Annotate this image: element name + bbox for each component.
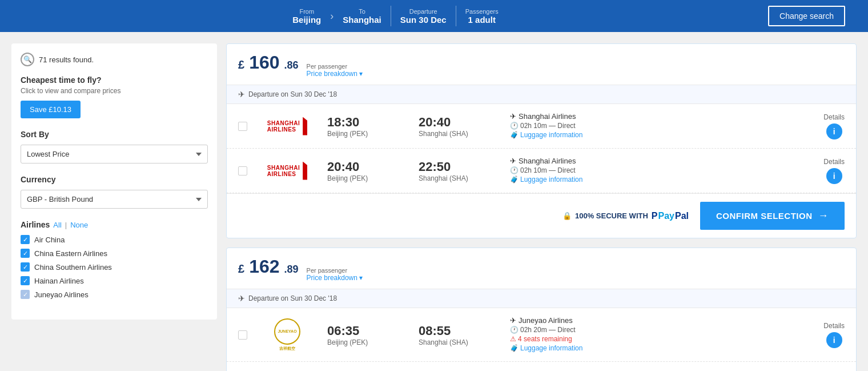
airline-name-air-china: Air China — [34, 236, 65, 244]
route-info: From Beijing › To Shanghai Departure Sun… — [23, 6, 768, 26]
card-1-price-main: 160 — [249, 52, 279, 73]
info-button-2-1[interactable]: i — [826, 332, 842, 348]
sort-label: Sort By — [21, 130, 208, 139]
from-value: Beijing — [292, 15, 321, 25]
flight-checkbox-2-1[interactable] — [238, 330, 247, 340]
details-col-2-1: Details i — [823, 322, 845, 348]
airline-name-hainan: Hainan Airlines — [34, 277, 84, 285]
flight-checkbox-1-1[interactable] — [238, 122, 247, 131]
card-1-price-decimal: .86 — [284, 59, 299, 71]
airlines-header: Airlines All | None — [21, 220, 208, 229]
card-1-departure-text: Departure on Sun 30 Dec '18 — [248, 90, 337, 98]
card-1-price-breakdown[interactable]: Price breakdown ▾ — [307, 70, 363, 78]
plane-icon-2: ✈ — [238, 294, 245, 303]
luggage-icon-3: 🧳 — [510, 344, 519, 352]
airline-item-juneyao[interactable]: Juneyao Airlines — [21, 290, 208, 299]
to-segment: To Shanghai — [343, 8, 381, 25]
departure-label: Departure — [400, 8, 447, 15]
flight-checkbox-1-2[interactable] — [238, 166, 247, 175]
airline-name-detail-1-2: ✈ Shanghai Airlines — [510, 157, 624, 165]
card-2-price-info: Per passenger Price breakdown ▾ — [307, 267, 363, 282]
flight-times-2-1: 06:35 Beijing (PEK) — [327, 324, 407, 346]
airline-checkbox-china-eastern[interactable] — [21, 249, 30, 258]
airline-name-china-eastern: China Eastern Airlines — [34, 249, 107, 258]
card-2-price-decimal: .89 — [284, 264, 299, 276]
results-count: 🔍 71 results found. — [21, 53, 208, 66]
arrive-airport-1-1: Shanghai (SHA) — [419, 130, 499, 138]
airline-name-juneyao: Juneyao Airlines — [34, 290, 89, 299]
depart-time-2-1: 06:35 — [327, 324, 407, 338]
arrive-time-2-1: 08:55 — [419, 324, 499, 338]
details-label-1-1: Details — [823, 113, 845, 121]
currency-label: Currency — [21, 175, 208, 184]
depart-airport-1-2: Beijing (PEK) — [327, 174, 407, 182]
change-search-button[interactable]: Change search — [768, 6, 845, 26]
flight-details-1-1: ✈ Shanghai Airlines 🕐 02h 10m — Direct 🧳… — [510, 112, 624, 140]
paypal-pal: Pal — [675, 211, 689, 221]
save-button[interactable]: Save £10.13 — [21, 101, 81, 118]
plane-small-icon-3: ✈ — [510, 316, 516, 325]
arrive-time-1-1: 20:40 — [419, 115, 499, 130]
airline-item-hainan[interactable]: Hainan Airlines — [21, 276, 208, 285]
seats-warning-2-1: ⚠ 4 seats remaining — [510, 335, 624, 343]
airline-checkbox-china-southern[interactable] — [21, 262, 30, 272]
logo-tail-icon-2 — [303, 162, 307, 180]
card-1-footer: 🔒 100% SECURE WITH PPayPal CONFIRM SELEC… — [227, 193, 856, 238]
arrive-time-1-2: 22:50 — [419, 159, 499, 174]
airline-logo-shanghai-1: SHANGHAI AIRLINES — [259, 117, 316, 135]
luggage-link-1-2[interactable]: Luggage information — [520, 175, 582, 183]
clock-icon-3: 🕐 — [510, 326, 519, 334]
flight-details-2-1: ✈ Juneyao Airlines 🕐 02h 20m — Direct ⚠ … — [510, 316, 624, 353]
luggage-icon-2: 🧳 — [510, 175, 519, 183]
search-icon: 🔍 — [21, 53, 34, 66]
luggage-link-1-1[interactable]: Luggage information — [520, 131, 582, 139]
flight-row-2-1: JUNEYAO 吉祥航空 06:35 Beijing (PEK) 08:55 S… — [227, 308, 856, 362]
paypal-p2: Pay — [658, 211, 674, 221]
info-button-1-1[interactable]: i — [826, 123, 842, 139]
departure-value: Sun 30 Dec — [400, 15, 447, 25]
info-button-1-2[interactable]: i — [826, 168, 842, 184]
depart-time-1-1: 18:30 — [327, 115, 407, 130]
airline-checkbox-hainan[interactable] — [21, 276, 30, 285]
airlines-none-link[interactable]: None — [70, 221, 88, 229]
airline-item-air-china[interactable]: Air China — [21, 235, 208, 244]
currency-select[interactable]: GBP - British Pound — [21, 190, 208, 209]
clock-icon-2: 🕐 — [510, 166, 519, 174]
main-layout: 🔍 71 results found. Cheapest time to fly… — [0, 32, 868, 371]
arrive-times-2-1: 08:55 Shanghai (SHA) — [419, 324, 499, 346]
paypal-p1: P — [652, 211, 658, 221]
airline-item-china-southern[interactable]: China Southern Airlines — [21, 262, 208, 272]
airlines-separator: | — [65, 221, 67, 229]
flight-row-1-1: SHANGHAI AIRLINES 18:30 Beijing (PEK) 20… — [227, 104, 856, 149]
airlines-all-link[interactable]: All — [53, 221, 61, 229]
airline-checkbox-air-china[interactable] — [21, 235, 30, 244]
chevron-down-icon: ▾ — [359, 70, 363, 78]
luggage-1-1: 🧳 Luggage information — [510, 131, 624, 139]
passengers-segment: Passengers 1 adult — [465, 8, 499, 25]
plane-icon-1: ✈ — [238, 90, 245, 99]
to-value: Shanghai — [343, 15, 381, 25]
logo-tail-icon — [303, 117, 307, 135]
card-1-price-info: Per passenger Price breakdown ▾ — [307, 63, 363, 78]
sort-select[interactable]: Lowest Price Highest Price Departure Tim… — [21, 145, 208, 163]
route-arrow-icon: › — [330, 10, 333, 22]
details-col-1-1: Details i — [823, 113, 845, 139]
airline-item-china-eastern[interactable]: China Eastern Airlines — [21, 249, 208, 258]
cheapest-title: Cheapest time to fly? — [21, 75, 208, 85]
card-1-per-passenger: Per passenger — [307, 63, 363, 70]
card-2-header: £ 162 .89 Per passenger Price breakdown … — [227, 248, 856, 289]
depart-airport-2-1: Beijing (PEK) — [327, 338, 407, 346]
confirm-label: CONFIRM SELECTION — [716, 211, 813, 221]
card-2-price-breakdown[interactable]: Price breakdown ▾ — [307, 274, 363, 282]
passengers-value: 1 adult — [465, 15, 499, 25]
from-label: From — [292, 8, 321, 15]
airline-checkbox-juneyao[interactable] — [21, 290, 30, 299]
luggage-link-2-1[interactable]: Luggage information — [520, 344, 582, 352]
airline-name-china-southern: China Southern Airlines — [34, 263, 112, 272]
card-2-departure-text: Departure on Sun 30 Dec '18 — [248, 294, 337, 302]
airline-name-detail-1-1: ✈ Shanghai Airlines — [510, 112, 624, 121]
confirm-selection-button[interactable]: CONFIRM SELECTION → — [700, 202, 845, 230]
flight-card-2: £ 162 .89 Per passenger Price breakdown … — [226, 248, 857, 371]
card-2-price-main: 162 — [249, 256, 279, 277]
chevron-down-icon-2: ▾ — [359, 274, 363, 282]
